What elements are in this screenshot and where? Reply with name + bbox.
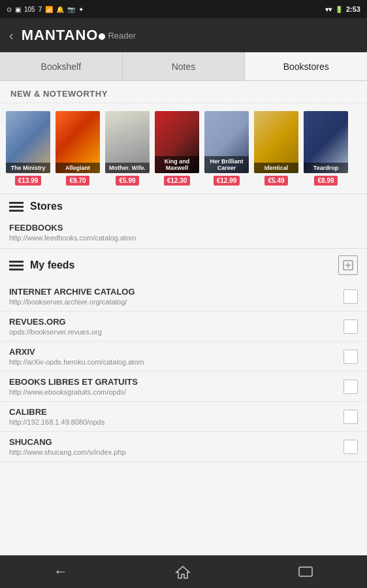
book-price: €12.99 xyxy=(214,176,240,186)
tab-bookshelf-label: Bookshelf xyxy=(41,61,81,72)
tab-bookstores[interactable]: Bookstores xyxy=(245,52,367,80)
feed-item-info: SHUCANG http://www.shucang.com/s/index.p… xyxy=(9,437,343,456)
book-item[interactable]: Her Brilliant Career €12.99 xyxy=(204,111,249,186)
status-icon-star: ✦ xyxy=(78,6,84,13)
nav-back-button[interactable]: ← xyxy=(40,558,81,585)
status-left-icons: ⊙ ▣ 105 7 📶 🔔 📷 ✦ xyxy=(7,6,84,13)
app-logo: MANTANO xyxy=(22,27,106,44)
feedbooks-name: FEEDBOOKS xyxy=(9,223,358,233)
book-price: €12.30 xyxy=(164,176,191,186)
book-item[interactable]: Mother. Wife. €5.99 xyxy=(104,111,150,186)
book-title: Her Brilliant Career xyxy=(204,156,249,173)
feed-url: http://www.ebooksgratuits.com/opds/ xyxy=(9,388,343,396)
feed-checkbox[interactable] xyxy=(343,289,358,304)
logo-circle-icon xyxy=(99,33,105,40)
logo-main-text: MANTANO xyxy=(22,27,99,43)
feed-item-info: REVUES.ORG opds://bookserver.revues.org xyxy=(9,317,343,336)
status-right-info: ▾▾ 🔋 2:53 xyxy=(325,5,360,13)
feed-name: CALIBRE xyxy=(9,407,343,417)
book-price: €13.99 xyxy=(15,176,42,186)
book-title: Teardrop xyxy=(304,163,348,173)
status-time: 2:53 xyxy=(346,5,360,13)
nav-home-button[interactable] xyxy=(162,559,204,584)
feed-url: http://bookserver.archive.org/catalog/ xyxy=(9,298,343,306)
book-price: €9.70 xyxy=(66,176,89,186)
stores-section-row: Stores xyxy=(0,194,367,219)
my-feeds-section-row: My feeds xyxy=(0,249,367,282)
stores-label: Stores xyxy=(30,201,358,212)
hamburger-feeds-icon xyxy=(9,265,24,267)
nav-back-icon: ← xyxy=(54,563,68,580)
feed-name: EBOOKS LIBRES ET GRATUITS xyxy=(9,377,343,387)
add-feed-button[interactable] xyxy=(338,255,358,275)
book-item[interactable]: King and Maxwell €12.30 xyxy=(154,111,200,186)
status-icon-cam: 📷 xyxy=(67,6,75,13)
status-icon-app1: ▣ xyxy=(15,6,21,13)
feed-item-revues[interactable]: REVUES.ORG opds://bookserver.revues.org xyxy=(0,312,367,342)
book-item[interactable]: Teardrop €8.99 xyxy=(303,111,349,186)
book-title: King and Maxwell xyxy=(155,156,199,173)
new-noteworthy-heading: NEW & NOTEWORTHY xyxy=(0,81,367,103)
tab-notes-label: Notes xyxy=(172,61,196,72)
book-cover: Identical xyxy=(254,111,298,173)
feed-item-info: CALIBRE http://192.168.1.49:8080/opds xyxy=(9,407,343,426)
feed-name: REVUES.ORG xyxy=(9,317,343,327)
feed-name: INTERNET ARCHIVE CATALOG xyxy=(9,287,343,297)
feedbooks-item[interactable]: FEEDBOOKS http://www.feedbooks.com/catal… xyxy=(0,219,367,248)
book-cover: The Ministry xyxy=(6,111,50,173)
feed-item-internet-archive[interactable]: INTERNET ARCHIVE CATALOG http://bookserv… xyxy=(0,282,367,312)
status-icon-7: 7 xyxy=(39,6,42,13)
status-bar: ⊙ ▣ 105 7 📶 🔔 📷 ✦ ▾▾ 🔋 2:53 xyxy=(0,0,367,18)
feed-checkbox[interactable] xyxy=(343,350,358,364)
feedbooks-url: http://www.feedbooks.com/catalog.atom xyxy=(9,234,358,242)
my-feeds-label: My feeds xyxy=(30,259,338,271)
feed-item-arxiv[interactable]: ARXIV http://arXiv-opds.heroku.com/catal… xyxy=(0,342,367,372)
status-icon-clock: ⊙ xyxy=(7,6,12,13)
tab-bookshelf[interactable]: Bookshelf xyxy=(0,52,123,80)
nav-recent-button[interactable] xyxy=(285,561,327,583)
app-header: ‹ MANTANO Reader xyxy=(0,18,367,52)
book-title: The Ministry xyxy=(6,163,50,173)
logo-sub-text: Reader xyxy=(108,31,136,41)
feed-item-info: ARXIV http://arXiv-opds.heroku.com/catal… xyxy=(9,347,343,366)
status-icon-num: 105 xyxy=(24,6,35,13)
feed-checkbox[interactable] xyxy=(343,440,358,454)
tab-notes[interactable]: Notes xyxy=(123,52,246,80)
book-cover: Allegiant xyxy=(56,111,100,173)
wifi-icon: ▾▾ xyxy=(325,6,332,13)
book-title: Identical xyxy=(254,163,298,173)
book-cover: King and Maxwell xyxy=(155,111,199,173)
tab-bookstores-label: Bookstores xyxy=(283,61,329,72)
book-shelf: The Ministry €13.99 Allegiant €9.70 Moth… xyxy=(0,103,367,193)
feed-url: http://www.shucang.com/s/index.php xyxy=(9,448,343,456)
book-item[interactable]: Identical €5.49 xyxy=(253,111,299,186)
bottom-nav: ← xyxy=(0,555,367,588)
feed-url: http://192.168.1.49:8080/opds xyxy=(9,418,343,426)
feed-url: http://arXiv-opds.heroku.com/catalog.ato… xyxy=(9,358,343,366)
book-item[interactable]: The Ministry €13.99 xyxy=(5,111,51,186)
feed-item-ebooks-libres[interactable]: EBOOKS LIBRES ET GRATUITS http://www.ebo… xyxy=(0,372,367,402)
feed-url: opds://bookserver.revues.org xyxy=(9,328,343,336)
feed-item-calibre[interactable]: CALIBRE http://192.168.1.49:8080/opds xyxy=(0,402,367,432)
book-price: €8.99 xyxy=(314,176,337,186)
feed-item-info: EBOOKS LIBRES ET GRATUITS http://www.ebo… xyxy=(9,377,343,396)
battery-icon: 🔋 xyxy=(335,6,343,13)
feed-checkbox[interactable] xyxy=(343,319,358,334)
book-price: €5.49 xyxy=(264,176,287,186)
feed-name: ARXIV xyxy=(9,347,343,357)
status-icon-rss: 📶 xyxy=(45,6,53,13)
book-cover: Mother. Wife. xyxy=(105,111,150,173)
tab-bar: Bookshelf Notes Bookstores xyxy=(0,52,367,81)
feed-checkbox[interactable] xyxy=(343,380,358,394)
book-cover: Her Brilliant Career xyxy=(204,111,249,173)
main-content: NEW & NOTEWORTHY The Ministry €13.99 All… xyxy=(0,81,367,555)
status-icon-notif: 🔔 xyxy=(56,6,64,13)
feed-checkbox[interactable] xyxy=(343,410,358,424)
book-title: Mother. Wife. xyxy=(105,163,150,173)
feed-item-shucang[interactable]: SHUCANG http://www.shucang.com/s/index.p… xyxy=(0,432,367,462)
book-item[interactable]: Allegiant €9.70 xyxy=(55,111,101,186)
back-arrow-icon[interactable]: ‹ xyxy=(9,28,14,43)
svg-rect-3 xyxy=(299,567,312,576)
book-price: €5.99 xyxy=(116,176,138,186)
book-cover: Teardrop xyxy=(304,111,348,173)
